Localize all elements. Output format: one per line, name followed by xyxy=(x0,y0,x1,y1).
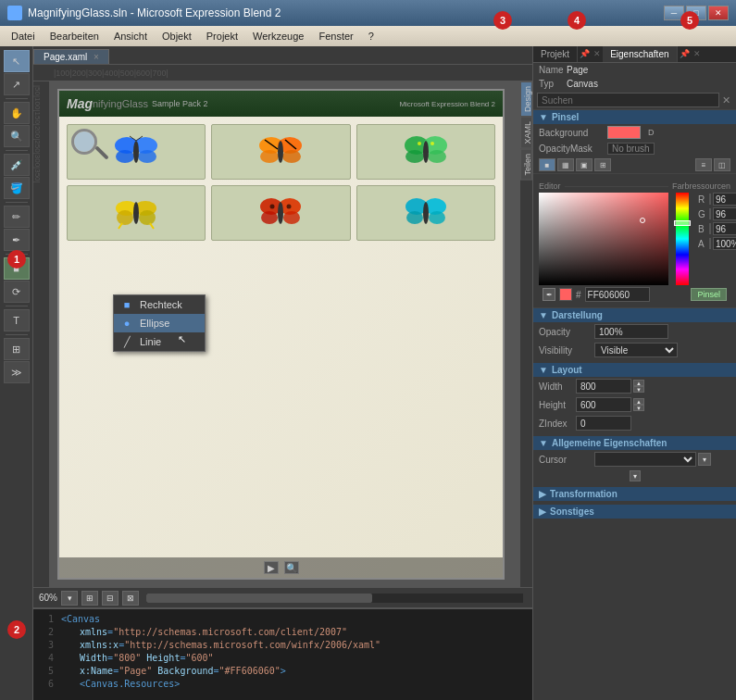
width-down[interactable]: ▼ xyxy=(633,386,644,393)
fit-toggle[interactable]: ⊠ xyxy=(122,591,139,606)
transformation-title[interactable]: ▶ Transformation xyxy=(533,487,736,501)
a-input[interactable] xyxy=(713,237,736,250)
menu-projekt[interactable]: Projekt xyxy=(199,29,245,44)
tool-pencil[interactable]: ✒ xyxy=(4,229,30,251)
solid-brush-btn[interactable]: ■ xyxy=(539,158,555,171)
g-input[interactable] xyxy=(713,207,736,220)
titlebar: MagnifyingGlass.sln - Microsoft Expressi… xyxy=(0,0,736,26)
tool-pan[interactable]: ✋ xyxy=(4,102,30,124)
projekt-pin[interactable]: 📌 xyxy=(578,46,592,62)
menu-datei[interactable]: Datei xyxy=(4,29,43,44)
width-up[interactable]: ▲ xyxy=(633,380,644,386)
editor-btn[interactable]: ◫ xyxy=(714,158,730,171)
r-bar[interactable] xyxy=(709,194,711,205)
tool-direct-select[interactable]: ↗ xyxy=(4,73,30,95)
farbressourcen-btn[interactable]: ≡ xyxy=(695,158,712,171)
ctx-rechteck[interactable]: ■ Rechteck xyxy=(114,295,205,314)
height-down[interactable]: ▼ xyxy=(633,405,644,411)
grid-toggle[interactable]: ⊞ xyxy=(81,591,98,606)
r-channel: R xyxy=(698,193,736,206)
search-clear-icon[interactable]: ✕ xyxy=(719,94,732,106)
tool-transform[interactable]: ⟳ xyxy=(4,281,30,303)
width-spinner[interactable]: ▲ ▼ xyxy=(633,380,644,393)
a-bar[interactable] xyxy=(709,238,711,249)
tab-xaml[interactable]: XAML xyxy=(520,117,532,149)
tool-brush[interactable]: ✏ xyxy=(4,206,30,228)
menu-ansicht[interactable]: Ansicht xyxy=(106,29,155,44)
tab-projekt[interactable]: Projekt xyxy=(533,46,578,62)
r-input[interactable] xyxy=(713,193,736,206)
menu-help[interactable]: ? xyxy=(361,29,381,44)
hex-row: ✒ # Pinsel xyxy=(539,285,730,304)
hue-slider[interactable] xyxy=(676,193,689,285)
search-button-canvas[interactable]: 🔍 xyxy=(284,561,299,574)
pinsel-apply-btn[interactable]: Pinsel xyxy=(691,288,727,301)
tool-paint-bucket[interactable]: 🪣 xyxy=(4,177,30,199)
tab-design[interactable]: Design xyxy=(520,81,532,117)
search-row: ✕ xyxy=(533,91,736,110)
ctx-ellipse[interactable]: ● Ellipse xyxy=(114,314,205,332)
tab-eigenschaften[interactable]: Eigenschaften xyxy=(603,46,677,62)
eigenschaften-close-icon[interactable]: ✕ xyxy=(692,46,703,62)
expand-btn[interactable]: ▾ xyxy=(630,470,641,481)
b-input[interactable] xyxy=(713,222,736,235)
play-button[interactable]: ▶ xyxy=(264,561,279,574)
menu-bearbeiten[interactable]: Bearbeiten xyxy=(43,29,106,44)
eigenschaften-pin[interactable]: 📌 xyxy=(678,46,692,62)
sonstiges-title[interactable]: ▶ Sonstiges xyxy=(533,505,736,519)
menu-fenster[interactable]: Fenster xyxy=(311,29,360,44)
allgemein-title[interactable]: ▼ Allgemeine Eigenschaften xyxy=(533,436,736,450)
zindex-input[interactable] xyxy=(576,416,631,431)
zoom-dropdown[interactable]: ▾ xyxy=(61,591,78,606)
hex-input[interactable] xyxy=(585,287,650,302)
snap-toggle[interactable]: ⊟ xyxy=(102,591,119,606)
visibility-select[interactable]: Visible Collapsed Hidden xyxy=(594,343,678,357)
eyedropper-btn[interactable]: ✒ xyxy=(543,288,555,301)
tool-grid[interactable]: ⊞ xyxy=(4,338,30,360)
tool-zoom[interactable]: 🔍 xyxy=(4,125,30,147)
tool-text[interactable]: T xyxy=(4,309,30,331)
ctx-linie[interactable]: ╱ Linie xyxy=(114,332,205,351)
menu-werkzeuge[interactable]: Werkzeuge xyxy=(245,29,311,44)
close-button[interactable]: ✕ xyxy=(708,6,729,20)
background-color-swatch[interactable] xyxy=(607,126,641,139)
tool-select[interactable]: ↖ xyxy=(4,50,30,72)
cursor-down-btn[interactable]: ▾ xyxy=(698,453,711,466)
transformation-triangle-icon: ▶ xyxy=(539,489,546,499)
line-icon: ╱ xyxy=(119,336,134,347)
cursor-select[interactable] xyxy=(594,452,696,467)
layout-title[interactable]: ▼ Layout xyxy=(533,363,736,377)
height-input[interactable] xyxy=(576,397,631,412)
height-up[interactable]: ▲ xyxy=(633,398,644,405)
brush-type-row: ■ ▦ ▣ ⊞ ≡ ◫ xyxy=(533,156,736,174)
width-input[interactable] xyxy=(576,379,631,394)
b-bar[interactable] xyxy=(709,223,711,234)
height-spinner[interactable]: ▲ ▼ xyxy=(633,398,644,411)
tool-eyedropper[interactable]: 💉 xyxy=(4,154,30,176)
pinsel-title[interactable]: ▼ Pinsel xyxy=(533,110,736,124)
tab-page-xaml[interactable]: Page.xaml × xyxy=(33,49,109,64)
menubar: Datei Bearbeiten Ansicht Objekt Projekt … xyxy=(0,26,736,46)
tool-more[interactable]: ≫ xyxy=(4,361,30,383)
darstellung-title[interactable]: ▼ Darstellung xyxy=(533,308,736,322)
g-bar[interactable] xyxy=(709,208,711,219)
svg-point-33 xyxy=(270,205,275,209)
svg-point-32 xyxy=(278,202,283,224)
no-brush-value[interactable]: No brush xyxy=(607,143,655,155)
hex-color-swatch[interactable] xyxy=(559,288,572,301)
image-brush-btn[interactable]: ▣ xyxy=(576,158,593,171)
tile-brush-btn[interactable]: ⊞ xyxy=(594,158,611,171)
projekt-close-icon[interactable]: ✕ xyxy=(592,46,603,62)
gradient-brush-btn[interactable]: ▦ xyxy=(557,158,574,171)
menu-objekt[interactable]: Objekt xyxy=(155,29,199,44)
xaml-editor[interactable]: 1<Canvas 2xmlns="http://schemas.microsof… xyxy=(33,607,532,700)
color-gradient-area[interactable] xyxy=(539,193,668,285)
search-input[interactable] xyxy=(537,93,719,107)
tab-close[interactable]: × xyxy=(94,52,99,62)
svg-point-37 xyxy=(406,211,423,224)
sonstiges-triangle-icon: ▶ xyxy=(539,506,546,517)
tab-teilen[interactable]: Teilen xyxy=(520,149,532,181)
opacity-input[interactable] xyxy=(594,324,668,339)
svg-line-26 xyxy=(119,223,122,229)
svg-point-10 xyxy=(282,150,301,163)
